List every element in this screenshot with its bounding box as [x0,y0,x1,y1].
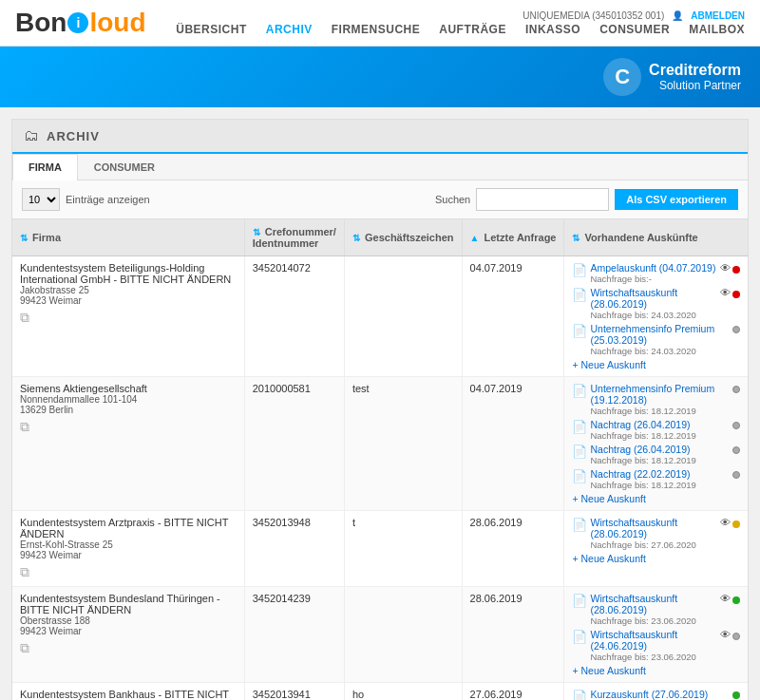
pdf-icon[interactable]: 📄 [572,445,587,459]
status-dot-yellow [732,520,740,528]
auskunft-link[interactable]: Ampelauskunft (04.07.2019) [590,262,715,274]
col-geschaeftszeichen[interactable]: ⇅ Geschäftszeichen [344,219,462,256]
eye-icon[interactable]: 👁 [720,287,731,298]
pdf-icon[interactable]: 📄 [572,469,587,483]
geschaeftszeichen-cell [344,587,462,683]
logo: Boniloud [15,8,146,38]
firma-name: Kundentestsystem Bundesland Thüringen - … [20,593,237,615]
eye-icon[interactable]: 👁 [720,629,731,640]
abmelden-link[interactable]: ABMELDEN [691,10,745,21]
copy-icon[interactable]: ⧉ [20,310,237,326]
pdf-icon[interactable]: 📄 [572,288,587,302]
auskunft-link[interactable]: Wirtschaftsauskunft (28.06.2019) [590,517,677,539]
auskunft-content: Ampelauskunft (04.07.2019) Nachfrage bis… [590,262,717,284]
auskunft-link[interactable]: Wirtschaftsauskunft (24.06.2019) [590,629,677,652]
search-input[interactable] [476,188,609,211]
nav-firmensuche[interactable]: FIRMENSUCHE [332,23,421,36]
content-box: 🗂 ARCHIV FIRMA CONSUMER 10 25 50 Einträg… [11,119,749,700]
firma-name: Siemens Aktiengesellschaft [20,383,237,394]
col-firma[interactable]: ⇅ Firma [12,219,244,256]
pdf-icon[interactable]: 📄 [572,420,587,434]
pdf-icon[interactable]: 📄 [572,690,587,700]
auskunft-link[interactable]: Nachtrag (22.02.2019) [590,468,690,480]
col-letzte-anfrage[interactable]: ▲ Letzte Anfrage [462,219,564,256]
auskunft-content: Wirtschaftsauskunft (24.06.2019) Nachfra… [590,629,717,662]
copy-icon[interactable]: ⧉ [20,640,237,656]
auskunft-sub: Nachfrage bis: 27.06.2020 [590,539,717,550]
status-dot-red [732,291,740,298]
auskuenfte-cell: 📄 Kurzauskunft (27.06.2019) Nachfrage bi… [564,683,748,701]
pdf-icon[interactable]: 📄 [572,324,587,338]
nav-inkasso[interactable]: INKASSO [525,23,580,36]
status-dot-gray [732,386,740,393]
eye-icon[interactable]: 👁 [720,593,731,604]
auskunft-content: Nachtrag (26.04.2019) Nachfrage bis: 18.… [590,419,730,441]
neue-auskunft-link[interactable]: + Neue Auskunft [572,553,740,564]
table-row: Kundentestsystem Arztpraxis - BITTE NICH… [12,511,748,587]
crefo-cell: 2010000581 [244,377,344,511]
auskunft-content: Wirtschaftsauskunft (28.06.2019) Nachfra… [590,287,717,320]
pdf-icon[interactable]: 📄 [572,594,587,608]
auskunft-link[interactable]: Nachtrag (26.04.2019) [590,419,690,430]
auskunft-link[interactable]: Wirtschaftsauskunft (28.06.2019) [590,593,677,615]
pdf-icon[interactable]: 📄 [572,518,587,532]
creditreform-line2: Solution Partner [649,79,741,92]
status-dot-gray [732,633,740,640]
nav-consumer[interactable]: CONSUMER [599,23,670,36]
firma-ort: 99423 Weimar [20,626,237,636]
auskunft-row: 📄 Nachtrag (22.02.2019) Nachfrage bis: 1… [572,468,740,490]
tab-firma[interactable]: FIRMA [12,154,78,180]
status-dot-green [732,691,740,699]
auskunft-link[interactable]: Wirtschaftsauskunft (28.06.2019) [590,287,677,310]
letzte-anfrage-cell: 04.07.2019 [462,256,564,377]
auskunft-link[interactable]: Unternehmensinfo Premium (25.03.2019) [590,323,714,346]
copy-icon[interactable]: ⧉ [20,564,237,580]
firma-strasse: Ernst-Kohl-Strasse 25 [20,539,237,550]
nav-archiv[interactable]: ARCHIV [266,23,313,36]
creditreform-c-icon: C [603,58,641,96]
auskuenfte-cell: 📄 Ampelauskunft (04.07.2019) Nachfrage b… [564,256,748,377]
auskunft-sub: Nachfrage bis: 18.12.2019 [590,480,730,490]
auskunft-sub: Nachfrage bis: 18.12.2019 [590,430,730,441]
neue-auskunft-link[interactable]: + Neue Auskunft [572,359,740,370]
auskunft-icons: 👁 [720,287,740,298]
col-crefo[interactable]: ⇅ Crefonummer/Identnummer [244,219,344,256]
creditreform-text: Creditreform Solution Partner [649,62,741,92]
letzte-anfrage-cell: 28.06.2019 [462,587,564,683]
col-auskuenfte[interactable]: ⇅ Vorhandene Auskünfte [564,219,748,256]
status-dot-red [732,266,740,274]
neue-auskunft-link[interactable]: + Neue Auskunft [572,665,740,676]
tab-consumer[interactable]: CONSUMER [78,154,171,180]
status-dot-gray [732,471,740,479]
letzte-anfrage-cell: 28.06.2019 [462,511,564,587]
nav-mailbox[interactable]: MAILBOX [689,23,745,36]
entries-select[interactable]: 10 25 50 [22,188,60,211]
auskunft-icons: 👁 [720,262,740,274]
copy-icon[interactable]: ⧉ [20,419,237,435]
auskunft-row: 📄 Wirtschaftsauskunft (28.06.2019) Nachf… [572,287,740,320]
eye-icon[interactable]: 👁 [720,517,731,528]
auskunft-link[interactable]: Unternehmensinfo Premium (19.12.2018) [590,383,714,406]
letzte-anfrage-cell: 27.06.2019 [462,683,564,701]
pdf-icon[interactable]: 📄 [572,630,587,644]
firma-name: Kundentestsystem Beteiligungs-Holding In… [20,262,237,285]
auskunft-icons [732,689,740,699]
archiv-table: ⇅ Firma ⇅ Crefonummer/Identnummer ⇅ Gesc… [12,219,748,700]
auskunft-link[interactable]: Kurzauskunft (27.06.2019) [590,689,708,700]
auskunft-content: Nachtrag (26.04.2019) Nachfrage bis: 18.… [590,444,730,465]
pdf-icon[interactable]: 📄 [572,263,587,277]
geschaeftszeichen-cell: test [344,377,462,511]
archive-icon: 🗂 [24,127,39,144]
pdf-icon[interactable]: 📄 [572,384,587,398]
auskunft-link[interactable]: Nachtrag (26.04.2019) [590,444,690,455]
status-dot-gray [732,446,740,454]
auskunft-row: 📄 Unternehmensinfo Premium (25.03.2019) … [572,323,740,356]
nav-uebersicht[interactable]: ÜBERSICHT [176,23,247,36]
neue-auskunft-link[interactable]: + Neue Auskunft [572,493,740,504]
auskunft-icons [732,323,740,333]
header: Boniloud UNIQUEMEDIA (345010352 001) 👤 A… [0,0,760,47]
eye-icon[interactable]: 👁 [720,262,731,274]
export-csv-button[interactable]: Als CSV exportieren [615,189,738,210]
nav-auftraege[interactable]: AUFTRÄGE [439,23,506,36]
firma-ort: 13629 Berlin [20,405,237,415]
